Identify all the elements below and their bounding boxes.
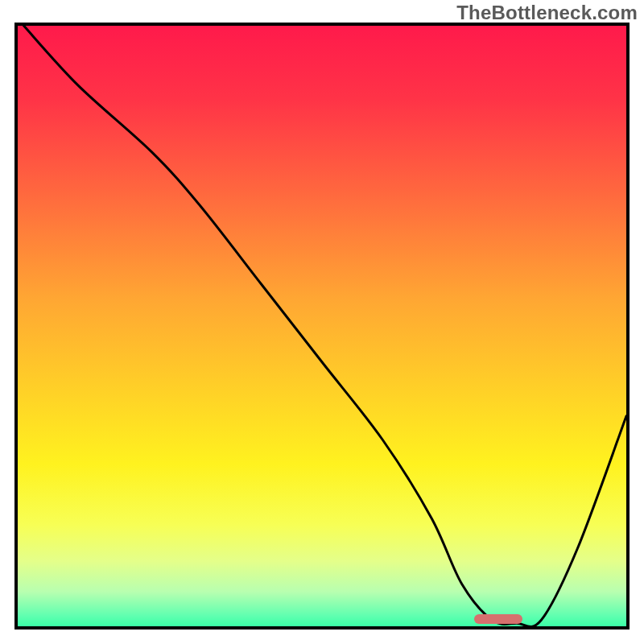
- chart-frame: TheBottleneck.com: [0, 0, 644, 644]
- curve-line: [24, 26, 626, 626]
- optimal-marker: [474, 614, 522, 624]
- plot-area: [14, 23, 630, 630]
- watermark-text: TheBottleneck.com: [456, 2, 638, 24]
- curve-layer: [18, 26, 626, 626]
